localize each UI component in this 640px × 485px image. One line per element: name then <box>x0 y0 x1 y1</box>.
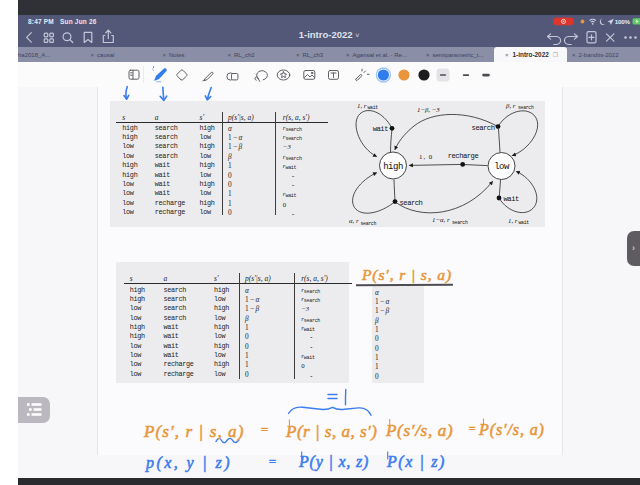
svg-text:1, r: 1, r <box>357 102 367 109</box>
svg-text:high: high <box>383 162 403 172</box>
svg-text:1−β, −3: 1−β, −3 <box>417 106 440 113</box>
svg-text:wait: wait <box>519 220 530 225</box>
svg-text:recharge: recharge <box>448 152 479 160</box>
svg-text:β, r: β, r <box>505 102 516 109</box>
svg-text:search: search <box>472 124 495 132</box>
svg-text:100%: 100% <box>615 18 631 25</box>
svg-text:search: search <box>518 105 534 110</box>
svg-text:wait: wait <box>368 105 379 110</box>
svg-text:wait: wait <box>504 195 519 203</box>
svg-text:α, r: α, r <box>349 217 359 224</box>
svg-text:1−α, r: 1−α, r <box>432 216 450 223</box>
svg-text:1, r: 1, r <box>508 217 518 224</box>
svg-text:search: search <box>452 220 468 225</box>
svg-text:low: low <box>494 162 510 172</box>
svg-text:search: search <box>361 221 377 226</box>
svg-text:wait: wait <box>373 125 388 133</box>
svg-text:search: search <box>400 199 423 207</box>
svg-text:1, 0: 1, 0 <box>419 153 433 160</box>
